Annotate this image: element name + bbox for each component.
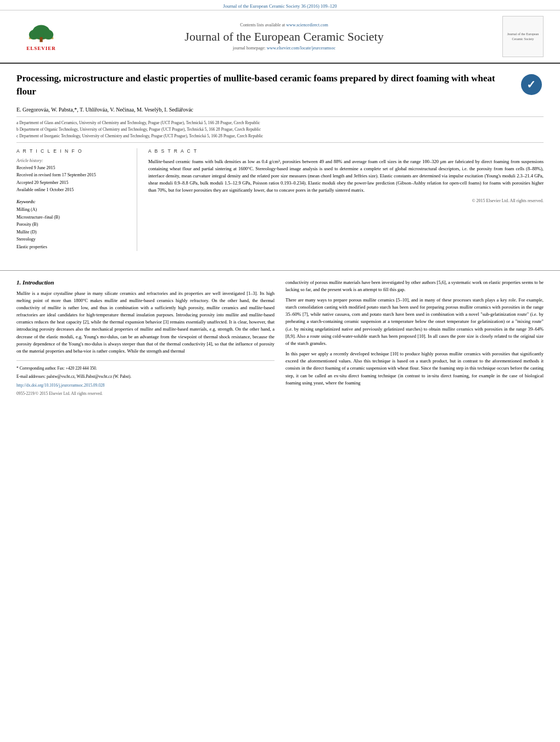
intro-paragraph-right-2: There are many ways to prepare porous mu… bbox=[285, 297, 544, 347]
main-body: 1. Introduction Mullite is a major cryst… bbox=[0, 279, 560, 408]
section-divider bbox=[0, 270, 560, 271]
abstract-heading: A B S T R A C T bbox=[148, 148, 544, 154]
abstract-column: A B S T R A C T Mullite-based ceramic fo… bbox=[148, 148, 544, 251]
elsevier-logo: ELSEVIER bbox=[16, 20, 66, 53]
journal-header: ELSEVIER Contents lists available at www… bbox=[0, 10, 560, 64]
journal-center-header: Contents lists available at www.scienced… bbox=[66, 23, 502, 51]
received-date: Received 9 June 2015 Received in revised… bbox=[16, 164, 128, 194]
footnote-1: * Corresponding author. Fax: +420 220 44… bbox=[16, 365, 275, 371]
contents-line: Contents lists available at www.scienced… bbox=[66, 23, 502, 27]
history-label: Article history: bbox=[16, 158, 128, 163]
elsevier-text: ELSEVIER bbox=[26, 46, 56, 51]
crossmark-logo: ✓ bbox=[519, 72, 544, 97]
journal-reference-text: Journal of the European Ceramic Society … bbox=[223, 3, 337, 9]
keyword-6: Elastic properties bbox=[16, 243, 128, 251]
article-title: Processing, microstructure and elastic p… bbox=[16, 72, 519, 98]
copyright-line: © 2015 Elsevier Ltd. All rights reserved… bbox=[148, 198, 544, 203]
journal-homepage-line: journal homepage: www.elsevier.com/locat… bbox=[66, 46, 502, 51]
article-container: Processing, microstructure and elastic p… bbox=[0, 64, 560, 262]
keywords-section: Keywords: Milling (A) Microstructure–fin… bbox=[16, 199, 128, 251]
sciencedirect-link[interactable]: www.sciencedirect.com bbox=[286, 23, 328, 27]
keywords-label: Keywords: bbox=[16, 199, 128, 204]
svg-rect-4 bbox=[40, 37, 42, 42]
intro-paragraph-right-3: In this paper we apply a recently develo… bbox=[285, 350, 544, 387]
issn-text: 0955-2219/© 2015 Elsevier Ltd. All right… bbox=[16, 390, 275, 397]
authors-line: E. Gregorováa, W. Pabsta,*, T. Uhlířováa… bbox=[16, 105, 544, 114]
elsevier-tree-icon bbox=[22, 23, 60, 44]
keyword-5: Stereology bbox=[16, 236, 128, 243]
two-column-section: A R T I C L E I N F O Article history: R… bbox=[16, 148, 544, 251]
journal-logo-right: Journal of the European Ceramic Society bbox=[502, 16, 544, 57]
article-title-section: Processing, microstructure and elastic p… bbox=[16, 72, 544, 101]
journal-title: Journal of the European Ceramic Society bbox=[66, 30, 502, 44]
keyword-4: Mullite (D) bbox=[16, 228, 128, 236]
article-info-column: A R T I C L E I N F O Article history: R… bbox=[16, 148, 137, 251]
intro-paragraph-right-1: conductivity of porous mullite materials… bbox=[285, 279, 544, 293]
journal-reference-bar: Journal of the European Ceramic Society … bbox=[0, 0, 560, 10]
svg-point-2 bbox=[29, 30, 39, 40]
right-column: conductivity of porous mullite materials… bbox=[285, 279, 544, 397]
intro-paragraph-left: Mullite is a major crystalline phase in … bbox=[16, 290, 275, 355]
affiliation-a: a Department of Glass and Ceramics, Univ… bbox=[16, 120, 544, 126]
svg-point-3 bbox=[43, 30, 53, 40]
abstract-text: Mullite-based ceramic foams with bulk de… bbox=[148, 158, 544, 194]
footnotes-section: * Corresponding author. Fax: +420 220 44… bbox=[16, 360, 275, 397]
affiliation-b: b Department of Organic Technology, Univ… bbox=[16, 126, 544, 133]
footnote-2: E-mail addresses: palstw@vscht.cz, Willi… bbox=[16, 373, 275, 380]
homepage-url[interactable]: www.elsevier.com/locate/jeurceramsoc bbox=[267, 46, 335, 51]
affiliations: a Department of Glass and Ceramics, Univ… bbox=[16, 116, 544, 143]
left-column: 1. Introduction Mullite is a major cryst… bbox=[16, 279, 275, 397]
crossmark-icon: ✓ bbox=[521, 74, 542, 95]
article-history-block: Article history: Received 9 June 2015 Re… bbox=[16, 158, 128, 194]
doi-link[interactable]: http://dx.doi.org/10.1016/j.jeurceramsoc… bbox=[16, 382, 275, 388]
affiliation-c: c Department of Inorganic Technology, Un… bbox=[16, 133, 544, 140]
keyword-1: Milling (A) bbox=[16, 206, 128, 214]
article-info-heading: A R T I C L E I N F O bbox=[16, 148, 128, 154]
section1-title: 1. Introduction bbox=[16, 279, 275, 286]
keyword-3: Porosity (B) bbox=[16, 221, 128, 228]
keyword-2: Microstructure–final (B) bbox=[16, 214, 128, 221]
